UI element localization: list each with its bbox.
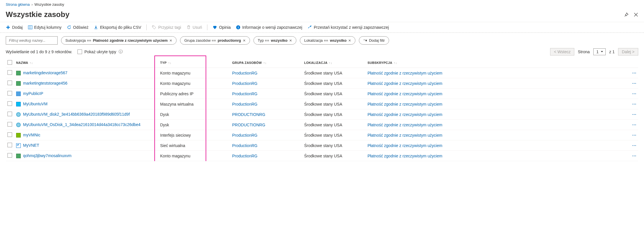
remove-icon[interactable]: ✕ xyxy=(289,39,292,43)
row-checkbox[interactable] xyxy=(7,143,12,147)
row-checkbox[interactable] xyxy=(7,132,12,137)
column-name[interactable]: NAZWA ↑↓ xyxy=(14,58,158,68)
resource-type-icon xyxy=(16,133,21,138)
subscription-link[interactable]: Płatność zgodnie z rzeczywistym użyciem xyxy=(368,123,442,127)
row-menu-button[interactable]: ··· xyxy=(632,91,637,96)
resource-link[interactable]: myPublicIP xyxy=(23,91,43,96)
resource-group-link[interactable]: ProductionRG xyxy=(232,91,257,96)
sort-icon: ↑↓ xyxy=(168,61,171,64)
resource-link[interactable]: marketingteststorage456 xyxy=(23,81,67,85)
row-menu-button[interactable]: ··· xyxy=(632,133,637,138)
resource-link[interactable]: myVMNic xyxy=(23,133,40,137)
remove-icon[interactable]: ✕ xyxy=(243,39,246,43)
download-icon xyxy=(94,25,98,30)
column-subscription[interactable]: SUBSKRYPCJA ↑↓ xyxy=(366,58,627,68)
resource-group-link[interactable]: ProductionRG xyxy=(232,71,257,75)
pin-icon[interactable] xyxy=(624,12,628,17)
cell-type: Dysk xyxy=(158,120,230,130)
separator xyxy=(207,24,207,30)
row-checkbox[interactable] xyxy=(7,91,12,96)
column-location[interactable]: LOKALIZACJA ↑↓ xyxy=(302,58,366,68)
resource-link[interactable]: marketingdevstorage567 xyxy=(23,70,67,75)
resource-group-link[interactable]: ProductionRG xyxy=(232,143,257,148)
resource-group-link[interactable]: PRODUCTIONRG xyxy=(232,123,265,127)
remove-icon[interactable]: ✕ xyxy=(348,39,351,43)
feedback-button[interactable]: Opinia xyxy=(213,25,230,30)
svg-point-1 xyxy=(153,26,154,27)
subscription-link[interactable]: Płatność zgodnie z rzeczywistym użyciem xyxy=(368,91,442,96)
leave-preview-button[interactable]: Przestań korzystać z wersji zapoznawczej xyxy=(307,25,389,30)
row-checkbox[interactable] xyxy=(7,81,12,85)
assign-tags-button: Przypisz tagi xyxy=(152,25,181,30)
cell-type: Dysk xyxy=(158,109,230,120)
row-menu-button[interactable]: ··· xyxy=(632,123,637,127)
resource-link[interactable]: MyUbuntuVM_disk2_3e414bb6369a420183f989d… xyxy=(23,112,130,117)
row-checkbox[interactable] xyxy=(7,70,12,75)
remove-icon[interactable]: ✕ xyxy=(169,39,172,43)
table-row: MyUbuntuVMMaszyna wirtualnaProductionRGŚ… xyxy=(6,99,638,109)
resource-group-link[interactable]: ProductionRG xyxy=(232,133,257,138)
sort-icon: ↑↓ xyxy=(329,61,332,64)
cell-location: Środkowe stany USA xyxy=(302,130,366,140)
row-menu-button[interactable]: ··· xyxy=(632,102,637,106)
resource-group-link[interactable]: ProductionRG xyxy=(232,154,257,158)
subscription-link[interactable]: Płatność zgodnie z rzeczywistym użyciem xyxy=(368,81,442,86)
resource-link[interactable]: MyVNET xyxy=(23,143,39,148)
column-resource-group[interactable]: GRUPA ZASOBÓW ↑↓ xyxy=(230,58,302,68)
row-menu-button[interactable]: ··· xyxy=(632,112,637,117)
checkbox-icon[interactable] xyxy=(77,49,82,54)
subscription-link[interactable]: Płatność zgodnie z rzeczywistym użyciem xyxy=(368,143,442,148)
row-menu-button[interactable]: ··· xyxy=(632,81,637,86)
add-filter-button[interactable]: ⁺▾Dodaj filtr xyxy=(359,36,389,45)
resource-link[interactable]: MyUbuntuVM_OsDisk_1_34dea21610014d44a341… xyxy=(23,122,141,127)
record-count: Wyświetlanie od 1 do 9 z 9 rekordów. xyxy=(6,49,72,54)
filter-location[interactable]: Lokalizacja == wszystko✕ xyxy=(300,36,355,45)
table-row: myVMNicInterfejs sieciowyProductionRGŚro… xyxy=(6,130,638,140)
filter-name-input[interactable] xyxy=(6,36,58,45)
cell-location: Środkowe stany USA xyxy=(302,78,366,89)
cell-type: Interfejs sieciowy xyxy=(158,130,230,140)
edit-columns-button[interactable]: Edytuj kolumny xyxy=(28,25,62,30)
column-type[interactable]: TYP ↑↓ xyxy=(158,58,230,68)
row-checkbox[interactable] xyxy=(7,122,12,127)
cell-type: Maszyna wirtualna xyxy=(158,99,230,109)
plus-icon xyxy=(6,25,10,30)
filter-resource-group[interactable]: Grupa zasobów == productionrg✕ xyxy=(180,36,250,45)
info-icon[interactable]: ⓘ xyxy=(119,49,123,54)
close-icon[interactable] xyxy=(634,12,638,17)
sort-icon: ↑↓ xyxy=(263,61,267,64)
resource-group-link[interactable]: PRODUCTIONRG xyxy=(232,112,265,117)
trash-icon xyxy=(186,25,191,30)
filter-type[interactable]: Typ == wszystko✕ xyxy=(253,36,297,45)
page-select[interactable]: 1 xyxy=(593,48,606,55)
subscription-link[interactable]: Płatność zgodnie z rzeczywistym użyciem xyxy=(368,71,442,75)
table-row: MyUbuntuVM_OsDisk_1_34dea21610014d44a341… xyxy=(6,120,638,130)
resource-group-link[interactable]: ProductionRG xyxy=(232,102,257,106)
preview-info-button[interactable]: iInformacje o wersji zapoznawczej xyxy=(236,25,302,30)
row-menu-button[interactable]: ··· xyxy=(632,154,637,158)
resource-link[interactable]: MyUbuntuVM xyxy=(23,102,48,106)
row-menu-button[interactable]: ··· xyxy=(632,143,637,148)
row-checkbox[interactable] xyxy=(7,112,12,116)
add-button[interactable]: Dodaj xyxy=(6,25,23,30)
add-filter-icon: ⁺▾ xyxy=(363,38,367,43)
toolbar: Dodaj Edytuj kolumny Odśwież Eksportuj d… xyxy=(0,22,644,33)
heart-icon xyxy=(213,25,217,30)
row-menu-button[interactable]: ··· xyxy=(632,71,637,75)
resource-group-link[interactable]: ProductionRG xyxy=(232,81,257,86)
show-hidden-checkbox[interactable]: Pokaż ukryte typy ⓘ xyxy=(77,49,123,54)
row-checkbox[interactable] xyxy=(7,153,12,158)
filter-subscription[interactable]: Subskrypcja == Płatność zgodnie z rzeczy… xyxy=(61,36,177,45)
subscription-link[interactable]: Płatność zgodnie z rzeczywistym użyciem xyxy=(368,102,442,106)
resource-link[interactable]: qohmq3jbwy7mosalinuxvm xyxy=(23,153,71,158)
refresh-button[interactable]: Odśwież xyxy=(67,25,89,30)
subscription-link[interactable]: Płatność zgodnie z rzeczywistym użyciem xyxy=(368,154,442,158)
row-checkbox[interactable] xyxy=(7,101,12,106)
subscription-link[interactable]: Płatność zgodnie z rzeczywistym użyciem xyxy=(368,133,442,138)
sort-icon: ↑↓ xyxy=(394,61,397,64)
subscription-link[interactable]: Płatność zgodnie z rzeczywistym użyciem xyxy=(368,112,442,117)
export-csv-button[interactable]: Eksportuj do pliku CSV xyxy=(94,25,141,30)
breadcrumb-home[interactable]: Strona główna xyxy=(6,2,30,7)
cell-location: Środkowe stany USA xyxy=(302,140,366,151)
select-all-checkbox[interactable] xyxy=(7,60,12,65)
